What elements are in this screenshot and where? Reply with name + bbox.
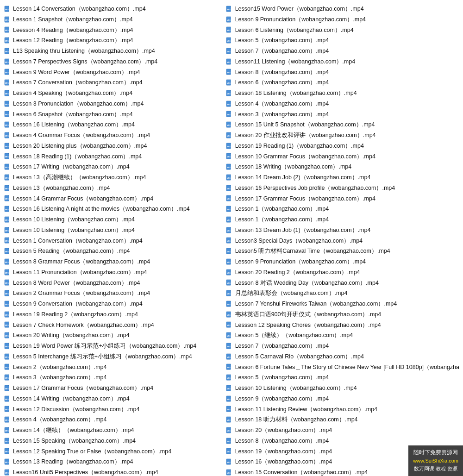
list-item[interactable]: MP4 Lessson 12 Speaking Chores（wobangzha… bbox=[224, 320, 461, 331]
list-item[interactable]: MP4 Lesson 12 Discussion（wobangzhao.com）… bbox=[2, 404, 224, 415]
list-item[interactable]: MP4 Lesson 17 Writing（wobangzhao.com）.mp… bbox=[2, 162, 224, 172]
list-item[interactable]: MP4 Lesson 18 Listening（wobangzhao.com）.… bbox=[224, 88, 461, 99]
list-item[interactable]: MP4 Lesson 18 听力材料（wobangzhao.com）.mp4 bbox=[224, 414, 461, 425]
list-item[interactable]: MP4 Lesson 13 Dream Job (1)（wobangzhao.c… bbox=[224, 225, 461, 236]
list-item[interactable]: MP4 Lesson 12 Reading（wobangzhao.com）.mp… bbox=[2, 35, 224, 46]
list-item[interactable]: MP4 Lesson 9 Pronunciation（wobangzhao.co… bbox=[224, 14, 461, 25]
list-item[interactable]: MP4 Lesson 19 Reading (1)（wobangzhao.com… bbox=[224, 141, 461, 151]
list-item[interactable]: MP4 Lesson 4（wobangzhao.com）.mp4 bbox=[2, 414, 224, 425]
list-item[interactable]: MP4 Lesson 14 Grammar Focus（wobangzhao.c… bbox=[2, 194, 224, 204]
list-item[interactable]: MP4 Lesson 7 Check Homework（wobangzhao.c… bbox=[2, 320, 224, 331]
list-item[interactable]: MP4 Lesson 5（继续）（wobangzhao.com）.mp4 bbox=[224, 330, 461, 341]
list-item[interactable]: MP4 Lesson 5 Carnaval Rio（wobangzhao.com… bbox=[224, 351, 461, 362]
list-item[interactable]: MP4 Lesson 10 Grammar Focus（wobangzhao.c… bbox=[224, 151, 461, 162]
list-item[interactable]: MP4 Lesson 8 Grammar Focus（wobangzhao.co… bbox=[2, 257, 224, 267]
mp4-file-icon: MP4 bbox=[226, 426, 233, 434]
list-item[interactable]: MP4 Lesson 10 Listening（wobangzhao.com）.… bbox=[224, 383, 461, 394]
list-item[interactable]: MP4 Lesson 7（wobangzhao.com）.mp4 bbox=[224, 46, 461, 56]
list-item[interactable]: MP4 Lesson 4 Grammar Focus（wobangzhao.co… bbox=[2, 130, 224, 141]
file-name-label: Lesson 7（wobangzhao.com）.mp4 bbox=[235, 342, 329, 351]
list-item[interactable]: MP4 Lesson 5（wobangzhao.com）.mp4 bbox=[224, 35, 461, 46]
list-item[interactable]: MP4 Lesson 2（wobangzhao.com）.mp4 bbox=[2, 362, 224, 373]
list-item[interactable]: MP4 Lesson 9（wobangzhao.com）.mp4 bbox=[224, 394, 461, 404]
list-item[interactable]: MP4 Lesson 14 Conversation（wobangzhao.co… bbox=[2, 4, 224, 14]
list-item[interactable]: MP4 Lesson 14 Writing（wobangzhao.com）.mp… bbox=[2, 394, 224, 404]
list-item[interactable]: MP4 Lesson 20（wobangzhao.com）.mp4 bbox=[224, 425, 461, 436]
list-item[interactable]: MP4 Lesson 2 Grammar Focus（wobangzhao.co… bbox=[2, 288, 224, 299]
list-item[interactable]: MP4 Lesson 11 Listening Review（wobangzha… bbox=[224, 404, 461, 415]
list-item[interactable]: MP4 Lesson 20 Listening plus（wobangzhao.… bbox=[2, 141, 224, 151]
list-item[interactable]: MP4 Lesson 8 Word Power（wobangzhao.com）.… bbox=[2, 278, 224, 288]
list-item[interactable]: MP4 Lesson3 Special Days（wobangzhao.com）… bbox=[224, 236, 461, 246]
list-item[interactable]: MP4 Lesson 13（wobangzhao.com）.mp4 bbox=[2, 183, 224, 194]
file-name-label: Lesson 12 Speaking True or False（wobangz… bbox=[13, 447, 171, 456]
list-item[interactable]: MP4 Lesson 19 Word Power 练习示范+小组练习（woban… bbox=[2, 341, 224, 351]
list-item[interactable]: MP4 Lesson 17 Grammar Focus（wobangzhao.c… bbox=[2, 383, 224, 394]
list-item[interactable]: MP4 Lesson 20 Writing（wobangzhao.com）.mp… bbox=[2, 330, 224, 341]
list-item[interactable]: MP4 月总结和表彰会（wobangzhao.com）.mp4 bbox=[224, 288, 461, 299]
list-item[interactable]: MP4 Lesson 12 Speaking True or False（wob… bbox=[2, 446, 224, 457]
list-item[interactable]: MP4 韦林英语口语900句开班仪式（wobangzhao.com）.mp4 bbox=[224, 309, 461, 320]
list-item[interactable]: MP4 Lesson 13 Reading（wobangzhao.com）.mp… bbox=[2, 457, 224, 467]
list-item[interactable]: MP4 Lesson15 Word Power（wobangzhao.com）.… bbox=[224, 4, 461, 14]
list-item[interactable]: MP4 Lesson 1（wobangzhao.com）.mp4 bbox=[224, 214, 461, 225]
svg-text:MP4: MP4 bbox=[227, 451, 231, 453]
list-item[interactable]: MP4 Lesson 7 Conversation（wobangzhao.com… bbox=[2, 77, 224, 88]
list-item[interactable]: MP4 Lesson 9 Pronunciation（wobangzhao.co… bbox=[224, 257, 461, 267]
list-item[interactable]: MP4 Lesson16 Unit5 Perspectives（wobangzh… bbox=[2, 467, 224, 476]
list-item[interactable]: MP4 Lesson 3（wobangzhao.com）.mp4 bbox=[224, 109, 461, 120]
list-item[interactable]: MP4 Lesson 3 Pronunciation（wobangzhao.co… bbox=[2, 99, 224, 109]
list-item[interactable]: MP4 Lesson 9 Word Power（wobangzhao.com）.… bbox=[2, 67, 224, 78]
mp4-file-icon: MP4 bbox=[226, 321, 233, 329]
mp4-file-icon: MP4 bbox=[4, 448, 11, 455]
list-item[interactable]: MP4 Lesson 6 Fortune Tales＿The Story of … bbox=[224, 362, 461, 373]
file-name-label: Lesson 4（wobangzhao.com）.mp4 bbox=[13, 415, 107, 424]
list-item[interactable]: MP4 Lesson 19 Reading 2（wobangzhao.com）.… bbox=[2, 309, 224, 320]
list-item[interactable]: MP4 Lesson 8（wobangzhao.com）.mp4 bbox=[224, 436, 461, 446]
list-item[interactable]: MP4 Lesson 10 Listening（wobangzhao.com）.… bbox=[2, 225, 224, 236]
list-item[interactable]: MP4 Lesson 10 Listening（wobangzhao.com）.… bbox=[2, 214, 224, 225]
list-item[interactable]: MP4 Lesson 4（wobangzhao.com）.mp4 bbox=[224, 99, 461, 109]
mp4-file-icon: MP4 bbox=[226, 290, 233, 297]
list-item[interactable]: MP4 Lesson5 听力材料Carnaval Time（wobangzhao… bbox=[224, 246, 461, 257]
list-item[interactable]: MP4 Lesson 16 Listening（wobangzhao.com）.… bbox=[2, 119, 224, 130]
list-item[interactable]: MP4 L13 Speaking thru Listening（wobangzh… bbox=[2, 46, 224, 56]
list-item[interactable]: MP4 Lesson 8 对话 Wedding Day（wobangzhao.c… bbox=[224, 278, 461, 288]
mp4-file-icon: MP4 bbox=[4, 121, 11, 129]
list-item[interactable]: MP4 Lesson 7（wobangzhao.com）.mp4 bbox=[224, 341, 461, 351]
list-item[interactable]: MP4 Lesson 14（继续）（wobangzhao.com）.mp4 bbox=[2, 425, 224, 436]
list-item[interactable]: MP4 Lesson 13（高潮继续）（wobangzhao.com）.mp4 bbox=[2, 172, 224, 183]
list-item[interactable]: MP4 Lesson 7 Perspectives Signs（wobangzh… bbox=[2, 56, 224, 67]
list-item[interactable]: MP4 Lesson 7 Yenshui Fireworks Taiwan（wo… bbox=[224, 299, 461, 309]
list-item[interactable]: MP4 Lesson 15 Unit 5 Snapshot（wobangzhao… bbox=[224, 119, 461, 130]
list-item[interactable]: MP4 Lesson 15 Speaking（wobangzhao.com）.m… bbox=[2, 436, 224, 446]
mp4-file-icon: MP4 bbox=[4, 269, 11, 276]
svg-text:MP4: MP4 bbox=[227, 230, 231, 232]
list-item[interactable]: MP4 Lesson 16 Listening A night at the m… bbox=[2, 204, 224, 214]
list-item[interactable]: MP4 Lesson 18 Writing（wobangzhao.com）.mp… bbox=[224, 162, 461, 172]
list-item[interactable]: MP4 Lesson 1 Snapshot（wobangzhao.com）.mp… bbox=[2, 14, 224, 25]
list-item[interactable]: MP4 Lesson 1 Conversation（wobangzhao.com… bbox=[2, 236, 224, 246]
list-item[interactable]: MP4 Lesson 4 Speaking（wobangzhao.com）.mp… bbox=[2, 88, 224, 99]
list-item[interactable]: MP4 Lesson11 Listening（wobangzhao.com）.m… bbox=[224, 56, 461, 67]
list-item[interactable]: MP4 Lesson 20 Reading 2（wobangzhao.com）.… bbox=[224, 267, 461, 278]
svg-text:MP4: MP4 bbox=[227, 399, 231, 401]
list-item[interactable]: MP4 Lesson 3（wobangzhao.com）.mp4 bbox=[2, 372, 224, 383]
list-item[interactable]: MP4 Lesson 11 Pronunciation（wobangzhao.c… bbox=[2, 267, 224, 278]
list-item[interactable]: MP4 Lesson 14 Dream Job (2)（wobangzhao.c… bbox=[224, 172, 461, 183]
list-item[interactable]: MP4 Lesson 6（wobangzhao.com）.mp4 bbox=[224, 77, 461, 88]
svg-text:MP4: MP4 bbox=[5, 304, 9, 306]
list-item[interactable]: MP4 Lesson 8（wobangzhao.com）.mp4 bbox=[224, 67, 461, 78]
list-item[interactable]: MP4 Lesson 5 Reading（wobangzhao.com）.mp4 bbox=[2, 246, 224, 257]
list-item[interactable]: MP4 Lesson 5（wobangzhao.com）.mp4 bbox=[224, 372, 461, 383]
list-item[interactable]: MP4 Lesson 5 Interchange 练习示范+小组练习（woban… bbox=[2, 351, 224, 362]
list-item[interactable]: MP4 Lesson 16 Perspectives Job profile（w… bbox=[224, 183, 461, 194]
list-item[interactable]: MP4 Lesson 1（wobangzhao.com）.mp4 bbox=[224, 204, 461, 214]
list-item[interactable]: MP4 Lesson 9 Conversation（wobangzhao.com… bbox=[2, 299, 224, 309]
list-item[interactable]: MP4 Lesson 18 Reading (1)（wobangzhao.com… bbox=[2, 151, 224, 162]
list-item[interactable]: MP4 Lesson 6 Listening（wobangzhao.com）.m… bbox=[224, 25, 461, 36]
list-item[interactable]: MP4 Leesson 4 Reading（wobangzhao.com）.mp… bbox=[2, 25, 224, 36]
list-item[interactable]: MP4 Lesson 20 作业批改和评讲（wobangzhao.com）.mp… bbox=[224, 130, 461, 141]
list-item[interactable]: MP4 Lesson 6 Snapshot（wobangzhao.com）.mp… bbox=[2, 109, 224, 120]
list-item[interactable]: MP4 Lesson 17 Grammar Focus（wobangzhao.c… bbox=[224, 194, 461, 204]
